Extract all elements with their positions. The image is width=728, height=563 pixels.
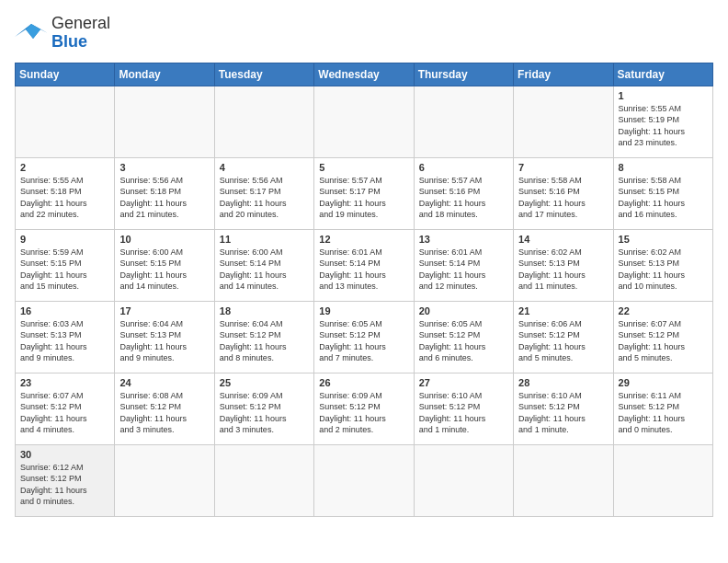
calendar-cell: 30Sunrise: 6:12 AM Sunset: 5:12 PM Dayli… (16, 444, 115, 516)
day-info: Sunrise: 5:57 AM Sunset: 5:16 PM Dayligh… (419, 175, 508, 221)
calendar-cell: 28Sunrise: 6:10 AM Sunset: 5:12 PM Dayli… (514, 373, 613, 444)
calendar-cell (514, 86, 613, 157)
calendar-cell: 16Sunrise: 6:03 AM Sunset: 5:13 PM Dayli… (16, 301, 115, 373)
day-info: Sunrise: 6:03 AM Sunset: 5:13 PM Dayligh… (20, 318, 109, 364)
calendar-cell: 22Sunrise: 6:07 AM Sunset: 5:12 PM Dayli… (613, 301, 712, 373)
calendar-cell: 29Sunrise: 6:11 AM Sunset: 5:12 PM Dayli… (613, 373, 712, 444)
day-info: Sunrise: 6:04 AM Sunset: 5:13 PM Dayligh… (119, 318, 209, 364)
day-number: 21 (518, 305, 608, 316)
day-info: Sunrise: 6:09 AM Sunset: 5:12 PM Dayligh… (319, 390, 408, 436)
calendar-week-3: 9Sunrise: 5:59 AM Sunset: 5:15 PM Daylig… (16, 229, 713, 301)
day-number: 30 (20, 449, 109, 460)
day-info: Sunrise: 6:00 AM Sunset: 5:14 PM Dayligh… (220, 247, 309, 293)
calendar-cell (314, 444, 414, 516)
calendar-cell: 20Sunrise: 6:05 AM Sunset: 5:12 PM Dayli… (414, 301, 513, 373)
calendar-week-6: 30Sunrise: 6:12 AM Sunset: 5:12 PM Dayli… (16, 444, 713, 516)
calendar-cell: 3Sunrise: 5:56 AM Sunset: 5:18 PM Daylig… (115, 157, 214, 229)
day-number: 3 (119, 162, 209, 173)
svg-marker-1 (26, 24, 40, 39)
day-info: Sunrise: 6:02 AM Sunset: 5:13 PM Dayligh… (619, 247, 708, 293)
calendar-week-2: 2Sunrise: 5:55 AM Sunset: 5:18 PM Daylig… (16, 157, 713, 229)
logo-icon (15, 20, 48, 46)
day-number: 18 (220, 305, 309, 316)
day-info: Sunrise: 6:10 AM Sunset: 5:12 PM Dayligh… (518, 390, 608, 436)
day-info: Sunrise: 6:09 AM Sunset: 5:12 PM Dayligh… (220, 390, 309, 436)
calendar-cell: 9Sunrise: 5:59 AM Sunset: 5:15 PM Daylig… (16, 229, 115, 301)
day-number: 28 (518, 377, 608, 388)
calendar-cell: 19Sunrise: 6:05 AM Sunset: 5:12 PM Dayli… (314, 301, 414, 373)
day-info: Sunrise: 6:05 AM Sunset: 5:12 PM Dayligh… (419, 318, 508, 364)
dow-header-saturday: Saturday (613, 63, 712, 86)
day-number: 10 (119, 234, 209, 245)
day-number: 7 (518, 162, 608, 173)
dow-header-thursday: Thursday (414, 63, 513, 86)
day-number: 5 (319, 162, 408, 173)
day-number: 11 (220, 234, 309, 245)
day-number: 17 (119, 305, 209, 316)
dow-header-sunday: Sunday (16, 63, 115, 86)
calendar-cell: 10Sunrise: 6:00 AM Sunset: 5:15 PM Dayli… (115, 229, 214, 301)
calendar-cell (16, 86, 115, 157)
day-info: Sunrise: 6:02 AM Sunset: 5:13 PM Dayligh… (518, 247, 608, 293)
calendar-cell: 14Sunrise: 6:02 AM Sunset: 5:13 PM Dayli… (514, 229, 613, 301)
calendar-cell: 11Sunrise: 6:00 AM Sunset: 5:14 PM Dayli… (214, 229, 313, 301)
day-number: 12 (319, 234, 408, 245)
calendar-cell: 12Sunrise: 6:01 AM Sunset: 5:14 PM Dayli… (314, 229, 414, 301)
calendar-cell (314, 86, 414, 157)
day-info: Sunrise: 5:55 AM Sunset: 5:18 PM Dayligh… (20, 175, 109, 221)
day-number: 24 (119, 377, 209, 388)
calendar-cell: 26Sunrise: 6:09 AM Sunset: 5:12 PM Dayli… (314, 373, 414, 444)
day-number: 8 (619, 162, 708, 173)
day-number: 20 (419, 305, 508, 316)
day-info: Sunrise: 5:57 AM Sunset: 5:17 PM Dayligh… (319, 175, 408, 221)
day-info: Sunrise: 6:01 AM Sunset: 5:14 PM Dayligh… (419, 247, 508, 293)
logo-text: General Blue (51, 15, 110, 52)
calendar-cell: 2Sunrise: 5:55 AM Sunset: 5:18 PM Daylig… (16, 157, 115, 229)
day-number: 6 (419, 162, 508, 173)
day-number: 2 (20, 162, 109, 173)
calendar-cell: 24Sunrise: 6:08 AM Sunset: 5:12 PM Dayli… (115, 373, 214, 444)
calendar-cell (115, 86, 214, 157)
calendar-cell: 6Sunrise: 5:57 AM Sunset: 5:16 PM Daylig… (414, 157, 513, 229)
day-info: Sunrise: 5:58 AM Sunset: 5:16 PM Dayligh… (518, 175, 608, 221)
day-number: 13 (419, 234, 508, 245)
calendar-cell: 15Sunrise: 6:02 AM Sunset: 5:13 PM Dayli… (613, 229, 712, 301)
day-info: Sunrise: 6:05 AM Sunset: 5:12 PM Dayligh… (319, 318, 408, 364)
day-info: Sunrise: 6:01 AM Sunset: 5:14 PM Dayligh… (319, 247, 408, 293)
calendar-cell (115, 444, 214, 516)
calendar-cell (613, 444, 712, 516)
calendar-table: SundayMondayTuesdayWednesdayThursdayFrid… (15, 63, 713, 517)
day-info: Sunrise: 5:56 AM Sunset: 5:18 PM Dayligh… (119, 175, 209, 221)
day-info: Sunrise: 6:00 AM Sunset: 5:15 PM Dayligh… (119, 247, 209, 293)
logo: General Blue (15, 15, 110, 52)
day-info: Sunrise: 6:06 AM Sunset: 5:12 PM Dayligh… (518, 318, 608, 364)
calendar-cell: 21Sunrise: 6:06 AM Sunset: 5:12 PM Dayli… (514, 301, 613, 373)
dow-header-friday: Friday (514, 63, 613, 86)
day-info: Sunrise: 5:55 AM Sunset: 5:19 PM Dayligh… (619, 103, 708, 149)
day-number: 16 (20, 305, 109, 316)
page-header: General Blue (15, 15, 713, 52)
day-info: Sunrise: 6:07 AM Sunset: 5:12 PM Dayligh… (619, 318, 708, 364)
calendar-cell (414, 444, 513, 516)
day-number: 4 (220, 162, 309, 173)
calendar-cell: 27Sunrise: 6:10 AM Sunset: 5:12 PM Dayli… (414, 373, 513, 444)
dow-header-monday: Monday (115, 63, 214, 86)
day-info: Sunrise: 6:07 AM Sunset: 5:12 PM Dayligh… (20, 390, 109, 436)
day-info: Sunrise: 5:58 AM Sunset: 5:15 PM Dayligh… (619, 175, 708, 221)
calendar-week-5: 23Sunrise: 6:07 AM Sunset: 5:12 PM Dayli… (16, 373, 713, 444)
calendar-cell (514, 444, 613, 516)
day-info: Sunrise: 6:12 AM Sunset: 5:12 PM Dayligh… (20, 462, 109, 508)
calendar-cell: 13Sunrise: 6:01 AM Sunset: 5:14 PM Dayli… (414, 229, 513, 301)
calendar-cell (214, 444, 313, 516)
calendar-cell: 23Sunrise: 6:07 AM Sunset: 5:12 PM Dayli… (16, 373, 115, 444)
day-number: 27 (419, 377, 508, 388)
calendar-cell: 18Sunrise: 6:04 AM Sunset: 5:12 PM Dayli… (214, 301, 313, 373)
dow-header-wednesday: Wednesday (314, 63, 414, 86)
calendar-week-1: 1Sunrise: 5:55 AM Sunset: 5:19 PM Daylig… (16, 86, 713, 157)
calendar-cell: 1Sunrise: 5:55 AM Sunset: 5:19 PM Daylig… (613, 86, 712, 157)
dow-header-tuesday: Tuesday (214, 63, 313, 86)
day-info: Sunrise: 5:59 AM Sunset: 5:15 PM Dayligh… (20, 247, 109, 293)
day-number: 29 (619, 377, 708, 388)
day-number: 25 (220, 377, 309, 388)
day-number: 22 (619, 305, 708, 316)
